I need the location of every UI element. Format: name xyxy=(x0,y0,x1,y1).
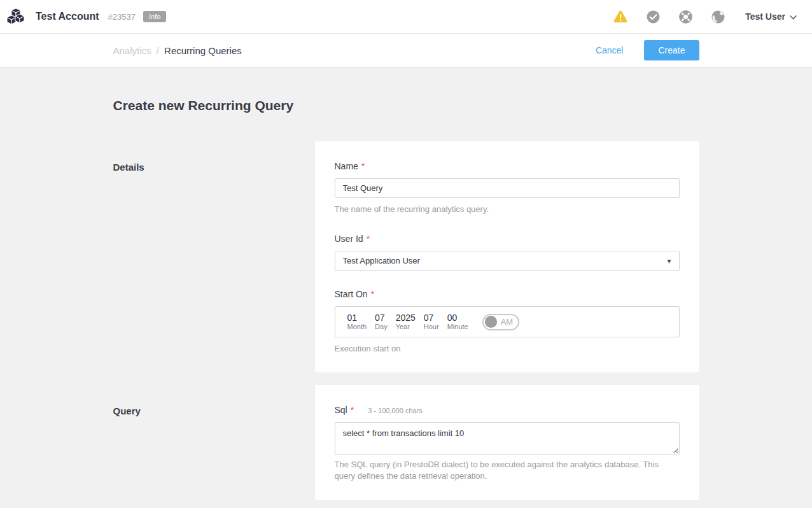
info-badge[interactable]: Info xyxy=(143,11,166,22)
name-required-star: * xyxy=(361,161,365,171)
name-input[interactable] xyxy=(335,178,680,198)
start-on-field-label: Start On* xyxy=(335,289,680,299)
sql-label-row: Sql* 3 - 100,000 chars xyxy=(335,405,680,415)
page-title: Create new Recurring Query xyxy=(113,98,699,113)
month-value: 01 xyxy=(347,313,367,323)
sql-help-text: The SQL query (in PrestoDB dialect) to b… xyxy=(335,459,680,482)
sql-label-text: Sql xyxy=(335,405,347,415)
lifebuoy-icon[interactable] xyxy=(678,10,692,24)
details-row: Details Name* The name of the recurring … xyxy=(113,141,699,372)
user-id-label-text: User Id xyxy=(335,234,363,244)
main-content: Create new Recurring Query Details Name*… xyxy=(113,98,699,500)
name-field-label: Name* xyxy=(335,161,680,171)
start-on-help-text: Execution start on xyxy=(335,343,680,355)
breadcrumb-separator: / xyxy=(157,45,159,56)
start-on-field-group: Start On* 01 Month 07 Day 2025 Year xyxy=(335,289,680,355)
details-card: Name* The name of the recurring analytic… xyxy=(315,141,699,372)
sql-required-star: * xyxy=(351,405,354,415)
query-row: Query Sql* 3 - 100,000 chars select * fr… xyxy=(113,385,699,500)
breadcrumb: Analytics / Recurring Queries xyxy=(113,45,242,56)
cubes-logo-icon[interactable] xyxy=(6,7,27,26)
select-caret-icon: ▾ xyxy=(667,257,671,265)
day-unit-label: Day xyxy=(375,323,388,331)
month-unit-label: Month xyxy=(347,323,367,331)
user-id-select-value: Test Application User xyxy=(343,256,668,265)
user-id-field-label: User Id* xyxy=(335,234,680,244)
year-value: 2025 xyxy=(396,313,416,323)
create-button[interactable]: Create xyxy=(644,40,699,60)
sql-field-label: Sql* xyxy=(335,405,354,415)
globe-icon[interactable] xyxy=(711,10,725,24)
meridiem-label: AM xyxy=(501,317,514,327)
name-field-group: Name* The name of the recurring analytic… xyxy=(335,161,680,215)
action-bar: Analytics / Recurring Queries Cancel Cre… xyxy=(0,34,812,67)
sql-textarea-wrap: select * from transactions limit 10 xyxy=(335,422,680,455)
hour-segment[interactable]: 07 Hour xyxy=(424,313,439,331)
name-label-text: Name xyxy=(335,161,358,171)
start-on-datetime-picker[interactable]: 01 Month 07 Day 2025 Year 07 Hour xyxy=(335,306,680,337)
day-segment[interactable]: 07 Day xyxy=(375,313,388,331)
user-id-select[interactable]: Test Application User ▾ xyxy=(335,251,680,271)
breadcrumb-current: Recurring Queries xyxy=(164,45,242,56)
start-on-required-star: * xyxy=(371,289,374,299)
breadcrumb-analytics[interactable]: Analytics xyxy=(113,45,151,56)
account-id: #23537 xyxy=(108,12,136,22)
user-id-field-group: User Id* Test Application User ▾ xyxy=(335,234,680,271)
sql-field-group: Sql* 3 - 100,000 chars select * from tra… xyxy=(335,405,680,482)
name-help-text: The name of the recurring analytics quer… xyxy=(335,204,680,215)
month-segment[interactable]: 01 Month xyxy=(347,313,367,331)
hour-unit-label: Hour xyxy=(424,323,439,331)
cancel-button[interactable]: Cancel xyxy=(596,45,624,55)
minute-value: 00 xyxy=(447,313,468,323)
account-name: Test Account xyxy=(36,11,99,22)
query-label-col: Query xyxy=(113,385,315,416)
details-section-title: Details xyxy=(113,141,315,173)
details-label-col: Details xyxy=(113,141,315,173)
minute-segment[interactable]: 00 Minute xyxy=(447,313,468,331)
am-pm-toggle[interactable]: AM xyxy=(482,314,520,330)
warning-triangle-icon[interactable] xyxy=(613,10,627,24)
chevron-down-icon xyxy=(790,11,797,22)
day-value: 07 xyxy=(375,313,388,323)
query-card: Sql* 3 - 100,000 chars select * from tra… xyxy=(315,385,699,500)
query-section-title: Query xyxy=(113,385,315,416)
sql-chars-hint: 3 - 100,000 chars xyxy=(368,407,423,414)
toggle-knob xyxy=(485,316,497,328)
user-name: Test User xyxy=(745,11,785,22)
hour-value: 07 xyxy=(424,313,439,323)
year-unit-label: Year xyxy=(396,323,416,331)
topbar: Test Account #23537 Info xyxy=(0,0,812,34)
year-segment[interactable]: 2025 Year xyxy=(396,313,416,331)
sql-textarea[interactable]: select * from transactions limit 10 xyxy=(335,422,680,455)
start-on-label-text: Start On xyxy=(335,289,368,299)
user-id-required-star: * xyxy=(367,234,370,244)
check-circle-icon[interactable] xyxy=(646,10,660,24)
user-menu[interactable]: Test User xyxy=(745,11,797,22)
minute-unit-label: Minute xyxy=(447,323,468,331)
